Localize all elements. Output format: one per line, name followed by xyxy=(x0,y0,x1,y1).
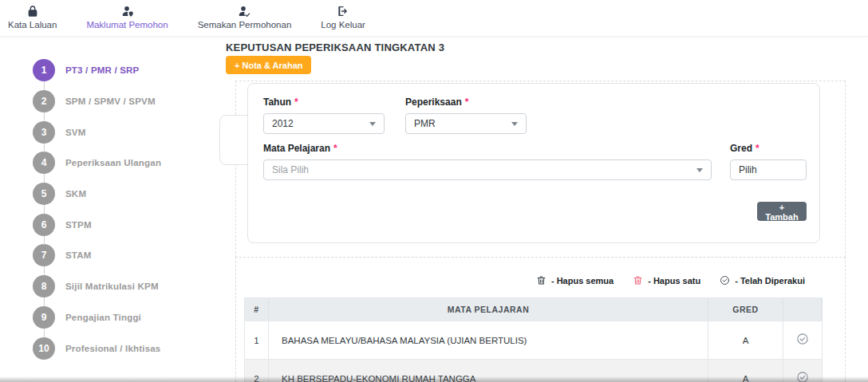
results-section: - Hapus semua - Hapus satu - Telah Diper… xyxy=(235,257,846,382)
legend-item: - Hapus semua xyxy=(536,275,614,286)
mata-pelajaran-label: Mata Pelajaran* xyxy=(263,143,712,154)
step-label: Profesional / Ikhtisas xyxy=(65,344,160,353)
mata-pelajaran-select[interactable]: Sila Pilih xyxy=(263,159,712,180)
field-label-text: Peperiksaan xyxy=(405,96,462,108)
nav-item-semakan-permohonan[interactable]: Semakan Permohonan xyxy=(196,5,294,30)
stepper-step[interactable]: 5 SKM xyxy=(0,179,226,210)
nav-item-log-keluar[interactable]: Log Keluar xyxy=(319,5,367,30)
tahun-select[interactable]: 2012 xyxy=(263,113,385,134)
step-label: STAM xyxy=(65,250,92,260)
peperiksaan-select-value: PMR xyxy=(414,118,436,129)
step-label: STPM xyxy=(65,220,92,230)
nav-item-label: Semakan Permohonan xyxy=(198,20,292,30)
step-label: Peperiksaan Ulangan xyxy=(65,158,161,167)
stepper-step[interactable]: 4 Peperiksaan Ulangan xyxy=(0,148,226,179)
stepper-step[interactable]: 7 STAM xyxy=(0,240,226,271)
field-label-text: Gred xyxy=(730,143,752,154)
status-cell xyxy=(783,321,822,359)
mata-pelajaran-field: Mata Pelajaran* Sila Pilih xyxy=(263,143,712,180)
stepper-step[interactable]: 10 Profesional / Ikhtisas xyxy=(0,333,226,364)
peperiksaan-select[interactable]: PMR xyxy=(405,113,527,134)
step-number-badge: 6 xyxy=(33,214,55,236)
trash-dark-icon xyxy=(536,275,546,286)
required-asterisk: * xyxy=(465,96,469,108)
top-navigation-bar: Kata Laluan Maklumat Pemohon Semakan Per… xyxy=(0,0,868,37)
tambah-button[interactable]: + Tambah xyxy=(757,202,807,221)
step-label: SVM xyxy=(65,128,86,137)
legend-label: - Hapus satu xyxy=(648,276,700,286)
bottom-shadow xyxy=(0,376,868,382)
table-header-cell: # xyxy=(245,298,269,321)
tahun-label: Tahun* xyxy=(263,96,385,108)
check-circle-icon xyxy=(720,275,730,286)
caret-down-icon xyxy=(369,122,376,126)
tahun-field: Tahun* 2012 xyxy=(263,96,385,134)
caret-down-icon xyxy=(696,168,703,172)
legend-item: - Hapus satu xyxy=(633,275,700,286)
nav-item-label: Kata Laluan xyxy=(8,20,57,30)
step-number-badge: 5 xyxy=(33,183,55,205)
exam-form-section: Tahun* 2012 Peperiksaan* PMR Mata Pe xyxy=(235,81,846,258)
top-nav: Kata Laluan Maklumat Pemohon Semakan Per… xyxy=(0,0,868,30)
step-number-badge: 10 xyxy=(33,337,55,360)
caret-down-icon xyxy=(511,122,518,126)
results-table: #MATA PELAJARANGRED 1 BAHASA MELAYU/BAHA… xyxy=(244,297,823,382)
table-header-cell xyxy=(783,298,822,321)
stepper-sidebar: 1 PT3 / PMR / SRP 2 SPM / SPMV / SPVM 3 … xyxy=(0,36,226,382)
stepper-step[interactable]: 8 Sijil Matrikulasi KPM xyxy=(0,271,226,302)
trash-red-icon xyxy=(633,275,643,286)
peperiksaan-label: Peperiksaan* xyxy=(405,96,527,108)
gred-cell: A xyxy=(708,321,783,359)
legend-label: - Telah Diperakui xyxy=(735,276,805,286)
peperiksaan-field: Peperiksaan* PMR xyxy=(405,96,527,134)
row-number-cell: 1 xyxy=(245,321,269,359)
field-label-text: Tahun xyxy=(263,96,291,108)
check-circle-icon xyxy=(796,333,809,349)
logout-icon xyxy=(337,5,349,18)
tahun-select-value: 2012 xyxy=(272,118,294,129)
stepper-step[interactable]: 1 PT3 / PMR / SRP xyxy=(0,55,226,86)
subject-cell: BAHASA MELAYU/BAHASA MALAYSIA (UJIAN BER… xyxy=(269,321,708,359)
mata-pelajaran-placeholder: Sila Pilih xyxy=(272,164,309,175)
legend-label: - Hapus semua xyxy=(551,276,614,286)
step-number-badge: 4 xyxy=(33,152,55,174)
stepper-step[interactable]: 9 Pengajian Tinggi xyxy=(0,302,226,333)
legend-item: - Telah Diperakui xyxy=(720,275,805,286)
step-label: PT3 / PMR / SRP xyxy=(65,65,139,75)
table-header-cell: MATA PELAJARAN xyxy=(269,298,708,321)
step-label: Sijil Matrikulasi KPM xyxy=(65,282,159,291)
gred-label: Gred* xyxy=(730,143,807,154)
gred-field: Gred* Pilih xyxy=(730,143,807,180)
legend: - Hapus semua - Hapus satu - Telah Diper… xyxy=(536,275,805,286)
nav-item-label: Maklumat Pemohon xyxy=(86,20,168,30)
step-label: Pengajian Tinggi xyxy=(65,313,141,322)
step-number-badge: 9 xyxy=(33,306,55,329)
exam-form-panel: Tahun* 2012 Peperiksaan* PMR Mata Pe xyxy=(247,83,820,243)
required-asterisk: * xyxy=(333,143,337,154)
stepper-step[interactable]: 2 SPM / SPMV / SPVM xyxy=(0,86,226,117)
main-content: KEPUTUSAN PEPERIKSAAN TINGKATAN 3 + Nota… xyxy=(226,36,868,382)
stepper-step[interactable]: 6 STPM xyxy=(0,209,226,240)
field-label-text: Mata Pelajaran xyxy=(263,143,330,154)
page-title: KEPUTUSAN PEPERIKSAAN TINGKATAN 3 xyxy=(226,41,444,53)
table-header-cell: GRED xyxy=(708,298,783,321)
step-label: SKM xyxy=(65,189,86,199)
nota-arahan-button[interactable]: + Nota & Arahan xyxy=(226,56,311,74)
gred-select-value: Pilih xyxy=(739,164,757,175)
gred-select[interactable]: Pilih xyxy=(730,159,807,180)
table-header-row: #MATA PELAJARANGRED xyxy=(245,298,822,321)
table-row: 1 BAHASA MELAYU/BAHASA MALAYSIA (UJIAN B… xyxy=(245,321,822,359)
step-number-badge: 1 xyxy=(33,59,55,81)
required-asterisk: * xyxy=(294,96,298,108)
person-check-icon xyxy=(238,5,251,18)
nav-item-maklumat-pemohon[interactable]: Maklumat Pemohon xyxy=(85,5,169,30)
required-asterisk: * xyxy=(756,143,760,154)
person-shield-icon xyxy=(121,5,134,18)
step-number-badge: 2 xyxy=(33,90,55,112)
lock-icon xyxy=(26,5,39,18)
step-label: SPM / SPMV / SPVM xyxy=(65,96,156,106)
stepper-step[interactable]: 3 SVM xyxy=(0,116,226,148)
step-number-badge: 7 xyxy=(33,244,55,266)
step-number-badge: 3 xyxy=(33,121,55,144)
nav-item-kata-laluan[interactable]: Kata Laluan xyxy=(6,5,58,30)
